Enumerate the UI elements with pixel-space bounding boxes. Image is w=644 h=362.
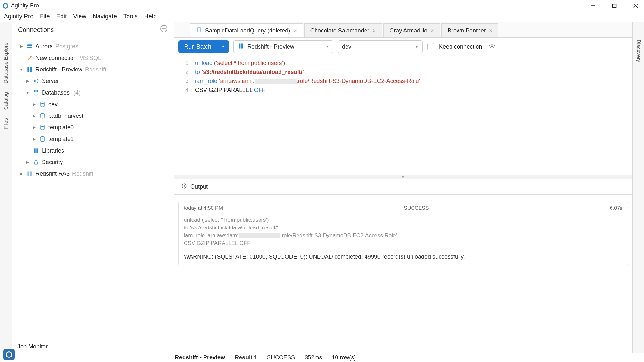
tree-item-aurora[interactable]: ▶ Aurora Postgres <box>15 41 171 52</box>
close-icon[interactable]: × <box>293 27 297 34</box>
connection-select[interactable]: Redshift - Preview ▼ <box>233 40 333 53</box>
redacted-text <box>255 79 297 84</box>
menu-item-view[interactable]: View <box>73 13 86 20</box>
gear-icon[interactable] <box>488 42 496 51</box>
menu-item-app[interactable]: Aginity Pro <box>4 13 33 20</box>
close-icon[interactable]: × <box>373 27 376 34</box>
output-pane: today at 4:50 PM SUCCESS 6.07s unload ('… <box>174 195 632 353</box>
database-select[interactable]: dev ▼ <box>338 40 423 53</box>
svg-rect-29 <box>239 43 240 48</box>
svg-point-17 <box>41 114 44 115</box>
rail-discovery[interactable]: Discovery <box>636 40 641 353</box>
rail-database-explorer[interactable]: Database Explorer <box>3 41 9 84</box>
code-area[interactable]: unload ('select * from public.users')to … <box>193 56 632 175</box>
output-duration: 6.07s <box>610 205 622 211</box>
tree-item-db-template1[interactable]: ▶ template1 <box>15 133 171 145</box>
lock-icon <box>33 159 39 165</box>
window-minimize-icon[interactable] <box>587 1 599 11</box>
svg-line-13 <box>35 79 38 80</box>
tree-item-db-template0[interactable]: ▶ template0 <box>15 122 171 133</box>
floating-app-icon[interactable] <box>3 349 15 360</box>
rail-files[interactable]: Files <box>3 118 9 129</box>
status-result: Result 1 <box>235 354 257 361</box>
output-tab-bar: Output <box>174 179 632 195</box>
run-dropdown-icon[interactable]: ▼ <box>217 40 229 53</box>
sidebar-connections: Connections ▶ Aurora Postgres ▶ New conn… <box>12 22 174 353</box>
svg-rect-10 <box>27 67 29 72</box>
tree-item-db-dev[interactable]: ▶ dev <box>15 98 171 110</box>
output-card: today at 4:50 PM SUCCESS 6.07s unload ('… <box>178 202 628 265</box>
tree-item-db-padb[interactable]: ▶ padb_harvest <box>15 110 171 122</box>
svg-point-12 <box>34 80 35 82</box>
svg-rect-8 <box>27 47 32 48</box>
tab-gray-armadillo[interactable]: Gray Armadillo × <box>383 23 440 37</box>
keep-connection-checkbox[interactable] <box>427 43 434 50</box>
svg-point-16 <box>41 102 44 104</box>
plug-icon <box>26 55 33 61</box>
tree-item-security[interactable]: ▶ Security <box>15 156 171 168</box>
svg-rect-20 <box>34 148 35 153</box>
window-maximize-icon[interactable] <box>609 1 620 11</box>
svg-point-15 <box>34 90 38 92</box>
editor-tab-bar: ＋ SampleDataLoadQuery (deleted) × Chocol… <box>174 22 632 38</box>
file-icon <box>196 27 202 34</box>
close-icon[interactable]: × <box>431 27 434 34</box>
output-tab[interactable]: Output <box>174 179 215 194</box>
add-connection-icon[interactable] <box>160 25 168 34</box>
database-icon <box>39 113 46 119</box>
connections-tree: ▶ Aurora Postgres ▶ New connection MS SQ… <box>12 41 174 180</box>
tree-item-libraries[interactable]: ▶ Libraries <box>15 145 171 156</box>
svg-point-31 <box>491 45 493 47</box>
redacted-text <box>239 233 280 238</box>
server-icon <box>33 78 39 84</box>
redshift-icon <box>238 43 244 51</box>
tree-item-server[interactable]: ▶ Server <box>15 75 171 87</box>
status-rows: 10 row(s) <box>332 354 356 361</box>
sidebar-title: Connections <box>18 26 54 33</box>
svg-rect-1 <box>613 4 616 7</box>
menu-item-navigate[interactable]: Navigate <box>93 13 117 20</box>
menu-item-edit[interactable]: Edit <box>56 13 67 20</box>
output-query-echo: unload ('select * from public.users') to… <box>179 214 628 252</box>
tree-item-redshift-preview[interactable]: ▼ Redshift - Preview Redshift <box>15 64 171 75</box>
app-logo-icon <box>3 3 8 9</box>
title-bar: Aginity Pro <box>0 0 644 11</box>
pane-splitter[interactable]: ▼ <box>174 175 632 179</box>
run-button[interactable]: Run Batch ▼ <box>178 40 229 53</box>
output-time: today at 4:50 PM <box>184 205 223 211</box>
rail-catalog[interactable]: Catalog <box>3 92 9 110</box>
chevron-down-icon: ▼ <box>415 44 419 49</box>
new-tab-button[interactable]: ＋ <box>176 22 190 37</box>
clock-icon <box>181 183 187 190</box>
database-icon <box>39 101 46 107</box>
sql-editor[interactable]: 1 2 3 4 unload ('select * from public.us… <box>174 56 632 175</box>
status-bar: Redshift - Preview Result 1 SUCCESS 352m… <box>0 353 644 362</box>
output-status: SUCCESS <box>223 205 610 211</box>
database-icon <box>39 124 46 131</box>
svg-rect-24 <box>27 172 29 176</box>
status-connection: Redshift - Preview <box>175 354 225 361</box>
tree-item-databases[interactable]: ▼ Databases (4) <box>15 87 171 98</box>
menu-item-help[interactable]: Help <box>144 13 156 20</box>
job-monitor-button[interactable]: Job Monitor <box>12 340 174 353</box>
menu-item-tools[interactable]: Tools <box>123 13 137 20</box>
menu-item-file[interactable]: File <box>40 13 50 20</box>
chevron-down-icon: ▼ <box>325 44 329 49</box>
database-icon <box>39 136 46 142</box>
svg-point-9 <box>30 56 32 57</box>
svg-rect-11 <box>30 67 32 72</box>
svg-rect-30 <box>242 43 243 48</box>
svg-rect-22 <box>37 148 38 153</box>
window-close-icon[interactable] <box>630 1 641 11</box>
close-icon[interactable]: × <box>489 27 493 34</box>
tab-chocolate-salamander[interactable]: Chocolate Salamander × <box>304 23 382 37</box>
svg-rect-7 <box>27 44 32 46</box>
svg-rect-25 <box>30 172 32 176</box>
svg-point-19 <box>41 137 44 138</box>
output-warning: WARNING: (SQLSTATE: 01000, SQLCODE: 0): … <box>179 252 628 265</box>
tree-item-redshift-ra3[interactable]: ▶ Redshift RA3 Redshift <box>15 168 171 180</box>
tab-sample-data-load[interactable]: SampleDataLoadQuery (deleted) × <box>190 23 303 37</box>
tab-brown-panther[interactable]: Brown Panther × <box>441 23 499 37</box>
tree-item-new-connection[interactable]: ▶ New connection MS SQL <box>15 52 171 64</box>
database-icon <box>33 89 39 96</box>
